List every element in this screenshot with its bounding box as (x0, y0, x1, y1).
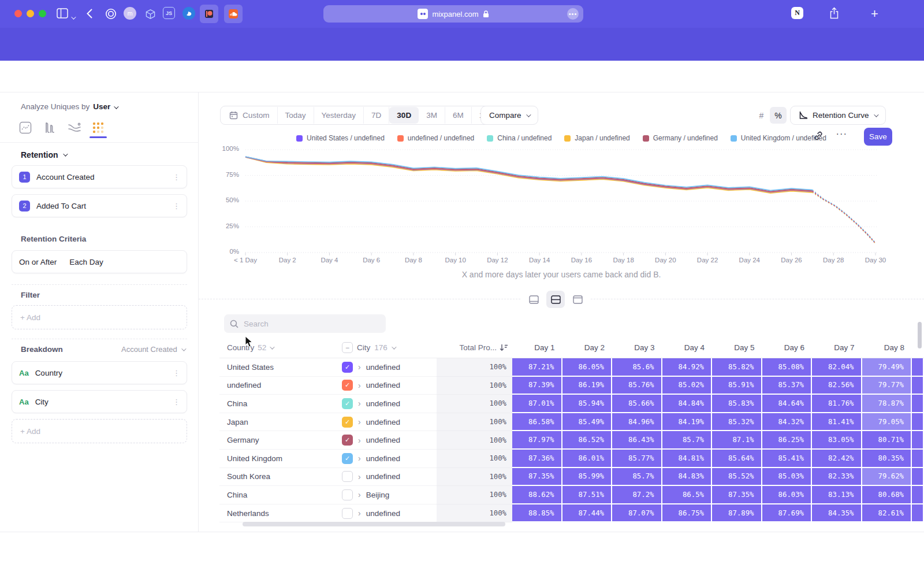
cell-day-value[interactable]: 79.77% (862, 377, 911, 394)
legend-item[interactable]: United Kingdom / undefined (731, 134, 826, 142)
cell-day-value[interactable]: 87.39% (512, 377, 561, 394)
cell-day-value[interactable]: 86.01% (562, 450, 612, 467)
range-custom[interactable]: Custom (222, 107, 278, 124)
legend-item[interactable]: China / undefined (487, 134, 552, 142)
row-checkbox[interactable] (342, 489, 353, 500)
url-more-icon[interactable]: ••• (567, 8, 579, 20)
cell-day-value[interactable]: 85.7% (662, 431, 711, 448)
cell-day-value[interactable]: 85.6% (612, 358, 661, 376)
row-checkbox[interactable] (342, 471, 353, 482)
table-row[interactable]: China›Beijing100%88.62%87.51%87.2%86.5%8… (219, 486, 924, 504)
breakdown-event-selector[interactable]: Account Created (121, 345, 185, 354)
table-row[interactable]: United Kingdom✓›undefined100%87.36%86.01… (219, 450, 924, 468)
column-header-day-3[interactable]: Day 3 (612, 343, 662, 352)
expand-chevron-icon[interactable]: › (358, 417, 361, 426)
tab-group-chevron-icon[interactable] (71, 12, 74, 22)
column-header-total[interactable]: Total Pro... (437, 343, 512, 352)
cell-day-value[interactable]: 87.89% (712, 504, 761, 522)
cell-day-value[interactable]: 85.49% (562, 413, 612, 431)
step-kebab-icon[interactable]: ⋮ (173, 205, 180, 207)
step-added-to-cart[interactable]: 2 Added To Cart ⋮ (12, 194, 187, 217)
expand-chevron-icon[interactable]: › (358, 381, 361, 390)
column-header-day-8[interactable]: Day 8 (862, 343, 912, 352)
cell-day-value[interactable]: 87.35% (712, 486, 761, 503)
cell-day-value[interactable]: 85.37% (762, 377, 811, 394)
js-tab-icon[interactable]: JS (163, 7, 175, 19)
table-row[interactable]: United States✓›undefined100%87.21%86.05%… (219, 358, 924, 377)
layout-split-button[interactable] (546, 291, 565, 308)
expand-chevron-icon[interactable]: › (358, 436, 361, 445)
cell-day-value[interactable]: 88.62% (512, 486, 561, 503)
cell-day-value[interactable]: 82.33% (812, 468, 861, 485)
cell-day-value[interactable]: 84.64% (762, 395, 811, 412)
cell-day-value[interactable]: 85.83% (712, 395, 761, 412)
column-header-day-1[interactable]: Day 1 (512, 343, 562, 352)
add-filter-button[interactable]: + Add (12, 305, 187, 329)
cell-day-value[interactable]: 85.64% (712, 450, 761, 467)
traffic-light-close-button[interactable] (14, 10, 22, 17)
cell-day-value[interactable]: 87.2% (612, 486, 661, 503)
cell-day-value[interactable]: 87.97% (512, 431, 561, 448)
criteria-condition[interactable]: On or After (19, 258, 57, 266)
cell-day-value[interactable]: 85.82% (712, 358, 761, 376)
cell-day-value[interactable]: 87.36% (512, 450, 561, 467)
vertical-scrollbar[interactable] (918, 322, 922, 348)
cell-day-value[interactable]: 85.66% (612, 395, 661, 412)
cell-day-value[interactable]: 84.32% (762, 413, 811, 431)
column-header-day-7[interactable]: Day 7 (812, 343, 862, 352)
cell-day-value[interactable]: 87.51% (562, 486, 612, 503)
cell-day-value[interactable]: 85.03% (762, 468, 811, 485)
patreon-tab-icon[interactable] (200, 5, 218, 23)
breakdown-kebab-icon[interactable]: ⋮ (173, 400, 180, 403)
cell-day-value[interactable]: 87.44% (562, 504, 612, 522)
cell-day-value[interactable]: 81.76% (812, 395, 861, 412)
table-row[interactable]: South Korea›undefined100%87.35%85.99%85.… (219, 468, 924, 487)
table-row[interactable]: Japan✓›undefined100%86.58%85.49%84.96%84… (219, 413, 924, 432)
column-header-day-2[interactable]: Day 2 (562, 343, 613, 352)
cell-day-value[interactable]: 86.75% (662, 504, 711, 522)
column-header-country[interactable]: Country 52 (219, 343, 334, 352)
cell-day-value[interactable]: 84.96% (612, 413, 661, 431)
new-tab-icon[interactable]: + (871, 6, 878, 21)
cell-day-value[interactable]: 85.32% (712, 413, 761, 431)
layout-chart-only-button[interactable] (524, 291, 543, 308)
row-checkbox[interactable]: ✓ (342, 398, 353, 409)
select-all-checkbox[interactable]: − (342, 342, 353, 353)
tab-retention[interactable] (92, 121, 105, 134)
cell-day-value[interactable]: 79.05% (862, 413, 911, 431)
range-today[interactable]: Today (278, 107, 314, 124)
cell-day-value[interactable]: 87.1% (712, 431, 761, 448)
url-bar[interactable]: mixpanel.com ••• (323, 5, 583, 23)
compare-button[interactable]: Compare (480, 106, 538, 125)
breakdown-kebab-icon[interactable]: ⋮ (173, 372, 180, 374)
tab-funnels[interactable] (43, 121, 56, 134)
range-7d[interactable]: 7D (364, 107, 389, 124)
soundcloud-tab-icon[interactable] (224, 5, 243, 23)
traffic-light-zoom-button[interactable] (39, 10, 46, 17)
expand-chevron-icon[interactable]: › (358, 454, 361, 463)
cell-day-value[interactable]: 83.13% (812, 486, 861, 503)
legend-item[interactable]: Japan / undefined (564, 134, 629, 142)
cell-day-value[interactable]: 84.83% (662, 468, 711, 485)
legend-item[interactable]: United States / undefined (296, 134, 385, 142)
cell-day-value[interactable]: 86.19% (562, 377, 612, 394)
criteria-interval[interactable]: Each Day (69, 258, 103, 266)
breakdown-country[interactable]: Aa Country ⋮ (12, 361, 187, 384)
cell-day-value[interactable]: 85.41% (762, 450, 811, 467)
table-row[interactable]: China✓›undefined100%87.01%85.94%85.66%84… (219, 395, 924, 413)
horizontal-scrollbar[interactable] (243, 522, 505, 526)
expand-chevron-icon[interactable]: › (358, 362, 361, 372)
bird-tab-icon[interactable] (182, 7, 195, 20)
chart-type-selector[interactable]: Retention Curve (790, 106, 886, 125)
cell-day-value[interactable]: 86.52% (562, 431, 612, 448)
row-checkbox[interactable]: ✓ (342, 417, 353, 428)
range-3m[interactable]: 3M (419, 107, 445, 124)
cell-day-value[interactable]: 85.99% (562, 468, 612, 485)
cell-day-value[interactable]: 80.71% (862, 431, 911, 448)
cell-day-value[interactable]: 84.35% (812, 504, 861, 522)
cell-day-value[interactable]: 85.7% (612, 468, 661, 485)
table-row[interactable]: undefined✓›undefined100%87.39%86.19%85.7… (219, 377, 924, 395)
legend-item[interactable]: Germany / undefined (643, 134, 718, 142)
sidebar-toggle-icon[interactable] (57, 8, 68, 18)
share-icon[interactable] (829, 7, 839, 20)
